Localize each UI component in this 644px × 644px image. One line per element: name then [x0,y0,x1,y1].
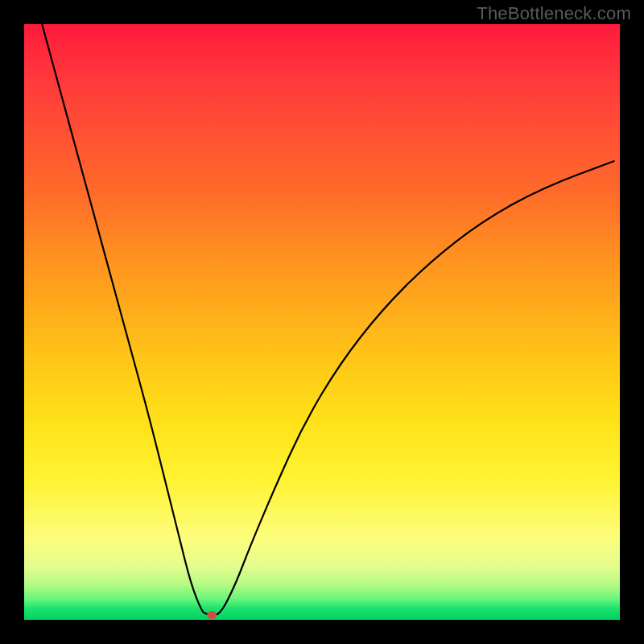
watermark-label: TheBottleneck.com [477,3,631,24]
curve-layer [24,24,620,620]
min-point-marker [207,611,217,619]
chart-frame: TheBottleneck.com [0,0,644,644]
bottleneck-curve [42,24,613,615]
plot-area [24,24,620,620]
